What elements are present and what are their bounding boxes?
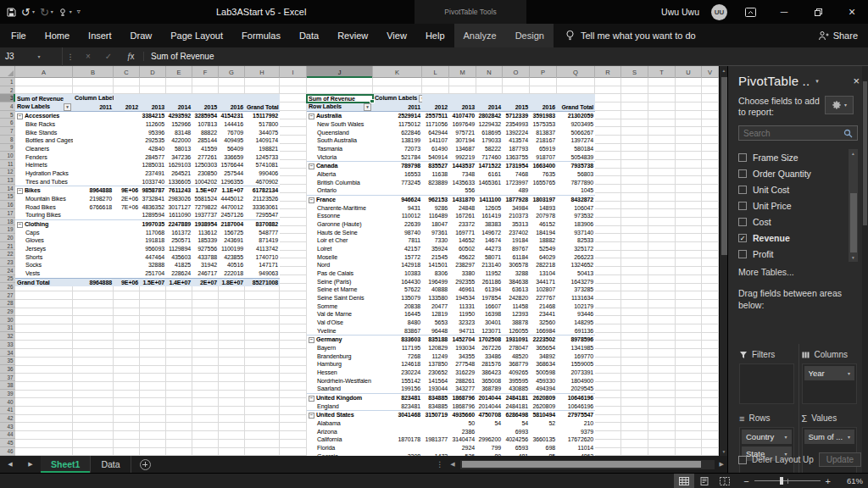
pivot-row-label[interactable]: Bayern — [307, 344, 373, 352]
pivot-value-cell[interactable]: 17672620 — [557, 435, 595, 444]
row-header-42[interactable]: 42 — [0, 414, 15, 423]
pivot-value-cell[interactable]: 61782134 — [245, 186, 280, 195]
pivot-value-cell[interactable]: 11952 — [476, 269, 503, 278]
pivot-value-cell[interactable]: 89767 — [503, 245, 530, 253]
row-header-15[interactable]: 15 — [0, 193, 15, 202]
row-header-38[interactable]: 38 — [0, 381, 15, 390]
pivot-value-cell[interactable]: 97361 — [422, 229, 449, 237]
pivot-row-label[interactable]: Seine (Paris) — [307, 278, 373, 286]
pivot-value-cell[interactable]: 12393 — [503, 310, 530, 319]
pivot-value-cell[interactable]: 141107 — [422, 136, 449, 145]
user-name[interactable]: Uwu Uwu — [661, 7, 699, 17]
pivot-value-cell[interactable]: 368634 — [530, 360, 557, 369]
collapse-button[interactable]: − — [17, 188, 23, 194]
pivot-value-cell[interactable]: 4293592 — [166, 112, 192, 120]
pivot-row-label[interactable]: Val d'Oise — [307, 319, 373, 327]
pivot-value-cell[interactable]: 433788 — [192, 253, 219, 262]
ribbon-tab-formulas[interactable]: Formulas — [232, 24, 290, 47]
pivot-value-cell[interactable]: 7877890 — [557, 179, 595, 187]
pivot-value-cell[interactable]: 927556 — [192, 245, 219, 253]
pivot-value-cell[interactable]: 1435633 — [449, 179, 476, 187]
row-header-6[interactable]: 6 — [0, 119, 15, 127]
pivot-value-cell[interactable]: 413574 — [503, 136, 530, 145]
pivot-value-cell[interactable]: 9E+06 — [114, 186, 140, 195]
pivot-value-cell[interactable]: 5712339 — [503, 112, 530, 120]
pivot-value-cell[interactable]: 288261 — [449, 377, 476, 385]
pivot-value-cell[interactable]: 2029545 — [557, 385, 595, 393]
row-header-43[interactable]: 43 — [0, 423, 15, 431]
sheet-tab-sheet1[interactable]: Sheet1 — [41, 456, 91, 473]
row-header-40[interactable]: 40 — [0, 398, 15, 407]
column-header-O[interactable]: O — [503, 66, 530, 78]
column-header-D[interactable]: D — [140, 66, 166, 78]
pivot-value-cell[interactable]: 23372 — [449, 220, 476, 229]
save-button[interactable] — [7, 8, 16, 17]
field-pill-sum-of-[interactable]: Sum of ...▾ — [804, 430, 855, 444]
pivot-value-cell[interactable]: 93446 — [557, 310, 595, 319]
list-scroll-down-icon[interactable]: ▾ — [849, 255, 858, 260]
pivot-row-label[interactable]: New South Wales — [307, 120, 373, 129]
pivot-value-cell[interactable]: 83867 — [373, 327, 422, 336]
column-header-V[interactable]: V — [702, 66, 719, 78]
pivot-value-cell[interactable]: 962153 — [422, 195, 449, 203]
pivot-row-label[interactable]: Arizona — [307, 427, 373, 435]
column-header-E[interactable]: E — [166, 66, 192, 78]
pivot-value-cell[interactable] — [73, 136, 114, 145]
pivot-value-cell[interactable]: 96448 — [422, 327, 449, 336]
pivot-year-header[interactable]: 2016 — [530, 103, 557, 112]
pivot-value-cell[interactable]: 42157 — [373, 245, 422, 253]
pivot-value-cell[interactable]: 112605 — [140, 120, 166, 129]
pivot-value-cell[interactable]: 494394 — [530, 385, 557, 393]
pivot-year-header[interactable]: 2016 — [219, 103, 245, 112]
pivot-value-cell[interactable]: 282218 — [530, 261, 557, 269]
row-header-10[interactable]: 10 — [0, 152, 15, 160]
pivot-value-cell[interactable] — [73, 112, 114, 120]
field-checkbox[interactable]: ✓ — [738, 234, 747, 242]
pivot-value-cell[interactable]: 307194 — [449, 136, 476, 145]
pivot-value-cell[interactable] — [114, 129, 140, 137]
row-header-30[interactable]: 30 — [0, 316, 15, 324]
pivot-value-cell[interactable]: 135079 — [373, 294, 422, 302]
column-labels-cell[interactable]: Column Labels ▾ — [373, 94, 422, 103]
pivot-value-cell[interactable]: 194534 — [449, 294, 476, 302]
column-header-L[interactable]: L — [422, 66, 449, 78]
pivot-value-cell[interactable]: 7468 — [503, 170, 530, 179]
pivot-value-cell[interactable]: 2014044 — [476, 402, 503, 411]
row-header-23[interactable]: 23 — [0, 258, 15, 267]
pivot-value-cell[interactable]: 281576 — [476, 360, 503, 369]
field-checkbox[interactable] — [738, 186, 747, 194]
pivot-value-cell[interactable]: 227767 — [530, 294, 557, 302]
pivot-value-cell[interactable]: 58071 — [476, 253, 503, 262]
pivot-value-cell[interactable]: 2187004 — [219, 219, 245, 228]
pivot-value-cell[interactable] — [114, 178, 140, 186]
pivot-row-label[interactable]: Garonne (Haute) — [307, 220, 373, 229]
pivot-value-cell[interactable]: 7E+06 — [114, 203, 140, 212]
pivot-row-label[interactable]: −United States — [307, 411, 373, 419]
pivot-value-cell[interactable]: 155142 — [373, 377, 422, 385]
pivot-value-cell[interactable]: 148295 — [557, 319, 595, 327]
pivot-value-cell[interactable] — [114, 136, 140, 145]
pivot-row-label[interactable]: Ontario — [307, 186, 373, 195]
pivot-value-cell[interactable] — [114, 229, 140, 237]
pivot-value-cell[interactable]: 32888 — [140, 261, 166, 269]
row-header-18[interactable]: 18 — [0, 218, 15, 226]
pivot-value-cell[interactable]: 48520 — [503, 352, 530, 361]
pivot-value-cell[interactable]: 6766618 — [73, 203, 114, 212]
column-header-G[interactable]: G — [219, 66, 245, 78]
row-header-2[interactable]: 2 — [0, 86, 15, 95]
pivot-value-cell[interactable]: 1175012 — [373, 120, 422, 129]
pivot-value-cell[interactable]: 1341985 — [557, 344, 595, 352]
collapse-button[interactable]: − — [17, 114, 23, 119]
pivot-row-label[interactable]: Nord — [307, 261, 373, 269]
field-item-order-quantity[interactable]: Order Quantity — [738, 165, 858, 181]
vertical-scrollbar[interactable]: ▴ ▾ — [719, 66, 727, 456]
rows-area[interactable]: ≡ Rows Country▾State▾ — [737, 408, 799, 483]
row-header-44[interactable]: 44 — [0, 431, 15, 440]
pivot-value-cell[interactable]: 11249 — [422, 352, 449, 361]
pivot-value-cell[interactable]: 106047 — [557, 203, 595, 212]
pivot-value-cell[interactable]: 85271008 — [245, 278, 280, 286]
pivot-value-cell[interactable]: 32323 — [449, 319, 476, 327]
pivot-value-cell[interactable]: 218167 — [530, 136, 557, 145]
pivot-value-cell[interactable]: 126055 — [503, 327, 530, 336]
pivot-value-cell[interactable]: 344075 — [245, 129, 280, 137]
